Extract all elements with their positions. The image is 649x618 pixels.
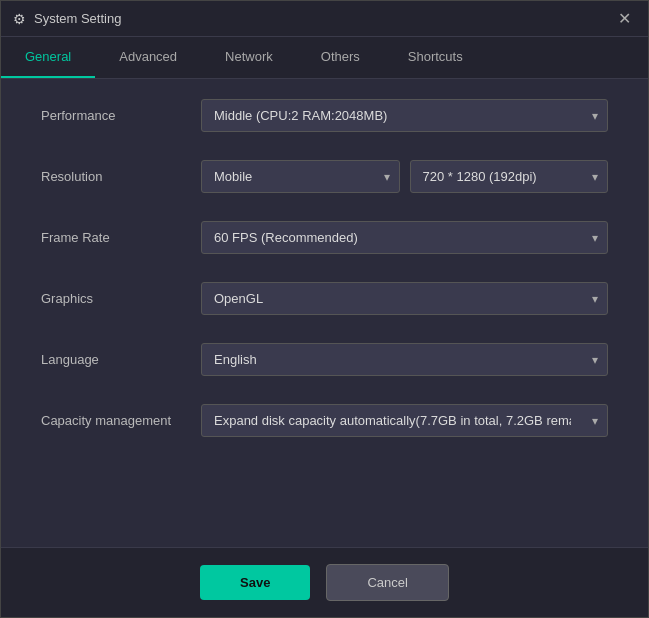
capacity-control: Expand disk capacity automatically(7.7GB…	[201, 404, 608, 437]
graphics-select[interactable]: OpenGL	[201, 282, 608, 315]
settings-content: Performance Middle (CPU:2 RAM:2048MB) ▾ …	[1, 79, 648, 547]
tab-bar: General Advanced Network Others Shortcut…	[1, 37, 648, 79]
capacity-label: Capacity management	[41, 413, 201, 428]
tab-network[interactable]: Network	[201, 37, 297, 78]
window-title: System Setting	[34, 11, 121, 26]
performance-control: Middle (CPU:2 RAM:2048MB) ▾	[201, 99, 608, 132]
save-button[interactable]: Save	[200, 565, 310, 600]
title-bar-left: ⚙ System Setting	[13, 11, 121, 27]
graphics-control: OpenGL ▾	[201, 282, 608, 315]
language-select[interactable]: English	[201, 343, 608, 376]
tab-shortcuts[interactable]: Shortcuts	[384, 37, 487, 78]
main-window: ⚙ System Setting ✕ General Advanced Netw…	[0, 0, 649, 618]
language-row: Language English ▾	[41, 343, 608, 376]
tab-others[interactable]: Others	[297, 37, 384, 78]
graphics-row: Graphics OpenGL ▾	[41, 282, 608, 315]
resolution-type-select[interactable]: Mobile	[201, 160, 400, 193]
resolution-size-select[interactable]: 720 * 1280 (192dpi)	[410, 160, 609, 193]
frame-rate-row: Frame Rate 60 FPS (Recommended) ▾	[41, 221, 608, 254]
tab-general[interactable]: General	[1, 37, 95, 78]
resolution-controls: Mobile ▾ 720 * 1280 (192dpi) ▾	[201, 160, 608, 193]
frame-rate-select[interactable]: 60 FPS (Recommended)	[201, 221, 608, 254]
resolution-label: Resolution	[41, 169, 201, 184]
resolution-size-control: 720 * 1280 (192dpi) ▾	[410, 160, 609, 193]
title-bar: ⚙ System Setting ✕	[1, 1, 648, 37]
performance-select[interactable]: Middle (CPU:2 RAM:2048MB)	[201, 99, 608, 132]
resolution-row: Resolution Mobile ▾ 720 * 1280 (192dpi) …	[41, 160, 608, 193]
footer: Save Cancel	[1, 547, 648, 617]
graphics-label: Graphics	[41, 291, 201, 306]
capacity-select[interactable]: Expand disk capacity automatically(7.7GB…	[201, 404, 608, 437]
tab-advanced[interactable]: Advanced	[95, 37, 201, 78]
resolution-type-control: Mobile ▾	[201, 160, 400, 193]
close-button[interactable]: ✕	[612, 7, 636, 31]
performance-row: Performance Middle (CPU:2 RAM:2048MB) ▾	[41, 99, 608, 132]
language-label: Language	[41, 352, 201, 367]
frame-rate-label: Frame Rate	[41, 230, 201, 245]
settings-icon: ⚙	[13, 11, 26, 27]
cancel-button[interactable]: Cancel	[326, 564, 448, 601]
capacity-row: Capacity management Expand disk capacity…	[41, 404, 608, 437]
language-control: English ▾	[201, 343, 608, 376]
performance-label: Performance	[41, 108, 201, 123]
frame-rate-control: 60 FPS (Recommended) ▾	[201, 221, 608, 254]
